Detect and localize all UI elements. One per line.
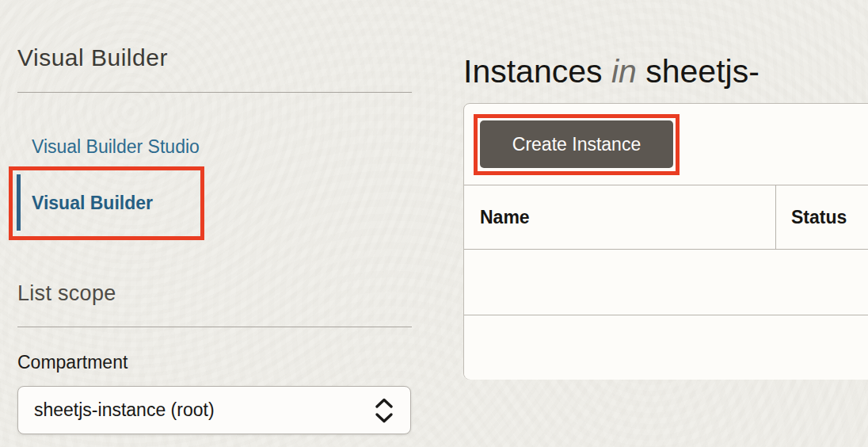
compartment-label: Compartment: [17, 352, 128, 373]
page-title-scope: sheetjs-: [645, 53, 760, 90]
select-chevrons-icon: [374, 397, 394, 424]
sidebar-item-visual-builder[interactable]: Visual Builder: [32, 193, 153, 214]
sidebar-divider-top: [17, 92, 412, 93]
column-header-status[interactable]: Status: [791, 185, 847, 249]
page-title-conjunction: in: [611, 53, 637, 90]
table-row: [464, 250, 868, 315]
sidebar-divider-list-scope: [17, 327, 412, 327]
compartment-select-value: sheetjs-instance (root): [34, 399, 374, 421]
sidebar-item-visual-builder-studio[interactable]: Visual Builder Studio: [32, 136, 200, 158]
oci-console-screen: Visual Builder Visual Builder Studio Vis…: [0, 0, 868, 447]
table-row: [464, 315, 868, 380]
compartment-select[interactable]: sheetjs-instance (root): [17, 386, 411, 434]
create-instance-button[interactable]: Create Instance: [480, 120, 673, 168]
selected-item-indicator-bar: [17, 174, 21, 231]
page-title-prefix: Instances: [463, 53, 603, 90]
instances-panel: Create Instance Name Status: [463, 103, 868, 380]
list-scope-heading: List scope: [17, 281, 116, 306]
instances-table-header: Name Status: [464, 185, 868, 250]
page-title: Instances in sheetjs-: [463, 53, 760, 90]
column-divider: [775, 185, 776, 250]
column-header-name[interactable]: Name: [480, 185, 530, 249]
sidebar-title: Visual Builder: [17, 44, 168, 71]
instances-toolbar: Create Instance: [464, 104, 868, 185]
